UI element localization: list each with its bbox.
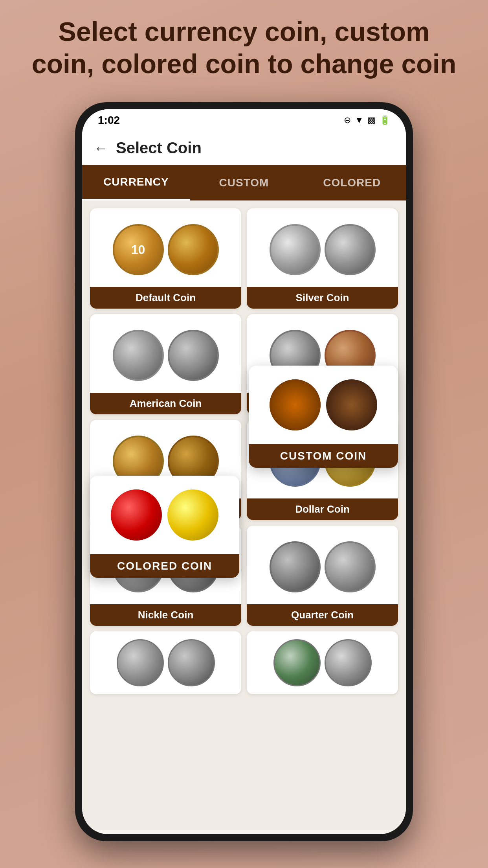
page-title: Select Coin [116,139,202,157]
bottom-card-right[interactable] [247,631,398,694]
overlay-custom-label: CUSTOM COIN [249,444,398,468]
bottom-card-left[interactable] [90,631,241,694]
app-header: ← Select Coin [82,131,406,165]
content-area: 10 Default Coin Silver Coin [82,200,406,830]
status-bar: 1:02 ⊖ ▼ ▩ 🔋 [82,109,406,131]
coin-card-default[interactable]: 10 Default Coin [90,208,241,309]
phone-screen: 1:02 ⊖ ▼ ▩ 🔋 ← Select Coin CURRENCY CUST… [82,109,406,834]
overlay-colored-label: COLORED COIN [90,554,239,578]
overlay-colored-coin[interactable]: COLORED COIN [90,476,239,578]
tab-custom[interactable]: CUSTOM [190,165,298,200]
phone-frame: 1:02 ⊖ ▼ ▩ 🔋 ← Select Coin CURRENCY CUST… [75,102,413,841]
overlay-custom-coin[interactable]: CUSTOM COIN [249,366,398,468]
coin-card-silver[interactable]: Silver Coin [247,208,398,309]
status-time: 1:02 [98,114,120,127]
coin-card-american[interactable]: American Coin [90,314,241,414]
coin-label-nickel: Nickle Coin [90,604,241,626]
signal-icon: ▩ [367,115,376,125]
bottom-row [90,631,398,694]
coin-label-default: Default Coin [90,287,241,309]
wifi-icon: ▼ [355,115,363,125]
do-not-disturb-icon: ⊖ [344,115,351,125]
coin-label-silver: Silver Coin [247,287,398,309]
header-text: Select currency coin, custom coin, color… [0,16,488,80]
tab-colored[interactable]: COLORED [298,165,406,200]
battery-icon: 🔋 [380,115,390,125]
tab-currency[interactable]: CURRENCY [82,165,190,200]
back-button[interactable]: ← [94,140,108,156]
coin-label-quarter: Quarter Coin [247,604,398,626]
coin-label-dollar: Dollar Coin [247,498,398,520]
tab-bar: CURRENCY CUSTOM COLORED [82,165,406,200]
coin-label-american: American Coin [90,393,241,414]
coin-card-quarter[interactable]: Quarter Coin [247,526,398,626]
status-icons: ⊖ ▼ ▩ 🔋 [344,115,390,125]
